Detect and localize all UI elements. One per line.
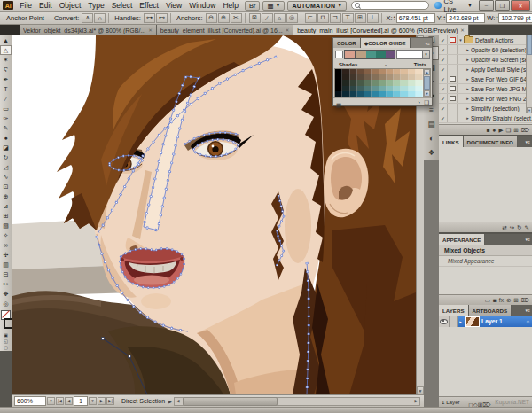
checkmark-icon[interactable]: ✓ (439, 104, 448, 113)
checkmark-icon[interactable]: ✓ (439, 113, 448, 122)
gradient-tool[interactable]: ▧ (0, 221, 12, 230)
free-transform-tool[interactable]: ⊡ (0, 182, 12, 191)
menu-object[interactable]: Object (56, 1, 85, 10)
convert-to-smooth-icon[interactable]: ∩ (94, 13, 106, 23)
artboard-dropdown-icon[interactable]: ▼ (89, 397, 97, 405)
app-logo[interactable]: Ai (3, 1, 13, 10)
color-swatch[interactable] (350, 91, 357, 97)
bridge-button[interactable]: Br (245, 1, 261, 11)
hide-handles-icon[interactable]: ⊷ (156, 13, 168, 23)
next-artboard-button[interactable]: ▶ (98, 397, 106, 405)
show-handles-icon[interactable]: ⊶ (144, 13, 155, 23)
scroll-down-icon[interactable]: ▼ (527, 107, 532, 113)
arrange-documents-button[interactable]: ▦▼ (262, 1, 285, 11)
close-tab-icon[interactable]: ✕ (460, 27, 465, 33)
harmony-color-swatch[interactable] (386, 50, 395, 59)
color-swatch[interactable] (335, 91, 342, 97)
action-row[interactable]: ✓▸Save For Web GIF 64 ... (439, 74, 532, 84)
screen-mode-button[interactable]: ▢ (4, 344, 8, 350)
target-circle-icon[interactable]: ○ (526, 319, 529, 324)
menu-file[interactable]: File (16, 1, 35, 10)
actions-scrollbar[interactable]: ▲ ▼ (526, 25, 532, 113)
panel-menu-icon[interactable]: ▾≡ (524, 234, 532, 245)
action-row[interactable]: ✓▸Opacity 60 (selection) (439, 45, 532, 55)
cut-path-icon[interactable]: ✂ (231, 13, 242, 23)
remove-anchors-icon[interactable]: ⊖ (206, 13, 217, 23)
harmony-color-swatch[interactable] (356, 50, 366, 59)
expand-triangle-icon[interactable]: ▸ (465, 47, 471, 52)
color-swatch[interactable] (401, 91, 408, 97)
action-row[interactable]: ✓▸Opacity 40 Screen (sele... (439, 55, 532, 65)
save-group-to-swatches-icon[interactable]: ❏ (424, 99, 429, 106)
magic-wand-tool[interactable]: ✶ (0, 55, 12, 65)
width-tool[interactable]: ∿ (0, 172, 12, 182)
isolate-selected-object-icon[interactable]: ⊠ (249, 13, 261, 23)
expand-triangle-icon[interactable]: ▸ (465, 76, 471, 82)
harmony-color-swatch[interactable] (376, 50, 386, 59)
select-similar-icon[interactable]: ◎ (286, 13, 298, 23)
lock-toggle[interactable] (450, 316, 458, 327)
checkmark-icon[interactable]: ✓ (439, 74, 448, 83)
new-action-icon[interactable]: ⊞ (513, 127, 518, 134)
field-value[interactable]: 243.689 pt (446, 13, 485, 23)
checkmark-icon[interactable]: ✓ (439, 84, 448, 93)
set-base-color-button[interactable] (335, 51, 343, 58)
line-segment-tool[interactable]: ∕ (0, 94, 12, 104)
delete-item-icon[interactable]: ⌦ (521, 297, 529, 304)
close-tab-icon[interactable]: ✕ (148, 27, 153, 33)
recolor-artwork-icon[interactable]: ◔ (417, 99, 420, 106)
first-artboard-button[interactable]: |◀ (56, 397, 64, 405)
scroll-up-icon[interactable]: ▲ (424, 69, 430, 75)
new-effect-icon[interactable]: fx (499, 297, 504, 303)
align-top-icon[interactable]: ⊤ (342, 13, 354, 23)
checkmark-icon[interactable]: ✓ (439, 35, 448, 44)
action-row[interactable]: ✓▾Default Actions (439, 35, 532, 45)
align-middle-icon[interactable]: ⊞ (355, 13, 366, 23)
horizontal-scroll-thumb[interactable] (183, 397, 278, 406)
scroll-down-icon[interactable]: ▼ (417, 386, 424, 394)
align-left-icon[interactable]: ⊏ (305, 13, 317, 23)
rectangle-tool[interactable]: ▭ (0, 104, 12, 113)
type-tool[interactable]: T (0, 84, 12, 94)
delete-action-icon[interactable]: ⌦ (521, 127, 529, 134)
eraser-tool[interactable]: ◪ (0, 143, 12, 152)
scroll-down-icon[interactable]: ▼ (424, 90, 430, 97)
mesh-tool[interactable]: ⊞ (0, 211, 12, 221)
color-swatch[interactable] (357, 91, 364, 97)
shape-builder-tool[interactable]: ⊕ (0, 191, 12, 201)
base-color-swatch[interactable] (344, 50, 356, 59)
gradient-icon[interactable]: ▤ (424, 117, 439, 131)
grid-scrollbar[interactable]: ▲ ▼ (423, 69, 430, 97)
color-swatch[interactable] (342, 91, 349, 97)
connect-anchors-icon[interactable]: ⊕ (218, 13, 230, 23)
workspace-switcher-button[interactable]: AUTOMATION▼ (287, 1, 347, 11)
duplicate-item-icon[interactable]: ⊞ (513, 297, 518, 304)
appearance-detail-row[interactable]: Mixed Appearance (439, 256, 532, 267)
slice-tool[interactable]: ✂ (0, 279, 12, 289)
checkmark-icon[interactable]: ✓ (439, 94, 448, 103)
artboard-options-icon[interactable]: ⌂ (274, 13, 286, 23)
color-mode-button[interactable]: ▣ (4, 331, 8, 338)
zoom-level-field[interactable]: 600% (14, 396, 46, 406)
zoom-tool[interactable]: ◎ (0, 299, 12, 308)
update-link-icon[interactable]: ↻ (517, 224, 521, 231)
previous-artboard-button[interactable]: ◀ (65, 397, 73, 405)
horizontal-scrollbar[interactable]: ◀ ▶ (174, 397, 420, 406)
artboard-number-field[interactable]: 1 (74, 396, 88, 406)
checkmark-icon[interactable]: ✓ (439, 45, 448, 54)
artboard-tool[interactable]: ⊟ (0, 269, 12, 279)
document-tab[interactable]: beauty_main_illust [Converted].ai @ 600%… (293, 25, 469, 35)
tab-appearance[interactable]: APPEARANCE (439, 234, 485, 245)
graphic-styles-icon[interactable]: ❖ (424, 145, 439, 160)
new-fill-icon[interactable]: ■ (493, 297, 497, 303)
action-row[interactable]: ✓▸Apply Default Style (sel... (439, 65, 532, 74)
scroll-thumb[interactable] (424, 76, 430, 90)
paintbrush-tool[interactable]: ✑ (0, 113, 12, 123)
transparency-icon[interactable]: ◐ (424, 131, 439, 145)
layer-row[interactable]: ▸ Layer 1 ○ (439, 316, 532, 327)
panel-menu-icon[interactable]: ▾≡ (524, 305, 532, 316)
edit-original-icon[interactable]: ✎ (525, 224, 529, 231)
minimize-button[interactable]: – (479, 0, 494, 11)
menu-select[interactable]: Select (108, 1, 137, 10)
action-row[interactable]: ✓▸Save For Web JPG Med... (439, 84, 532, 94)
